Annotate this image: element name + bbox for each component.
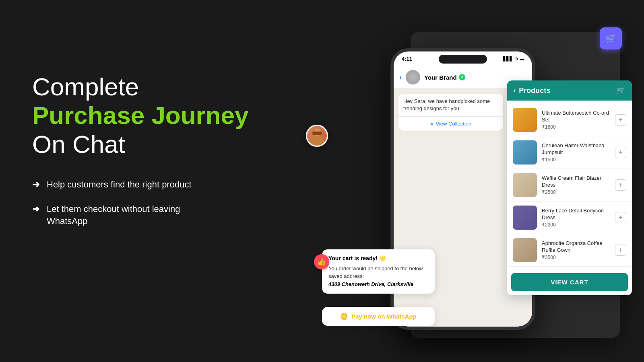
floating-cart-button[interactable]: 🛒 (600, 27, 622, 49)
status-icons: ▋▋▋ ⊕ ▬ (503, 56, 524, 62)
products-cart-icon[interactable]: 🛒 (617, 86, 625, 95)
product-info-1: Ultimate Butterscotch Co-ord Set ₹1800 (542, 110, 610, 130)
feature-text-1: Help customers find the right product (47, 179, 192, 191)
product-price-1: ₹1800 (542, 124, 610, 130)
add-button-5[interactable]: + (615, 245, 626, 256)
product-info-3: Waffle Cream Flair Blazer Dress ₹2500 (542, 175, 610, 195)
product-name-3: Waffle Cream Flair Blazer Dress (542, 175, 610, 189)
arrow-icon-1: ➜ (32, 179, 39, 190)
product-name-4: Berry Lace Detail Bodycon Dress (542, 208, 610, 221)
arrow-icon-2: ➜ (32, 204, 39, 214)
headline-line3: On Chat (32, 130, 125, 158)
product-item-4: Berry Lace Detail Bodycon Dress ₹2200 + (507, 202, 632, 234)
cart-bubble: Your cart is ready! 🌟 You order would be… (322, 249, 435, 294)
product-item-3: Waffle Cream Flair Blazer Dress ₹2500 + (507, 169, 632, 202)
product-image-4 (513, 206, 537, 230)
product-image-3 (513, 173, 537, 197)
product-image-1 (513, 108, 537, 132)
wifi-icon: ⊕ (514, 56, 518, 62)
product-price-4: ₹2200 (542, 222, 610, 228)
feature-list: ➜ Help customers find the right product … (32, 179, 282, 228)
phone-notch (439, 55, 487, 64)
product-info-5: Aphrodite Organza Coffee Ruffle Gown ₹35… (542, 240, 610, 261)
products-header-left: ‹ Products (514, 86, 550, 95)
add-button-2[interactable]: + (615, 147, 626, 158)
user-avatar (306, 125, 328, 147)
cart-icon: 🛒 (605, 33, 616, 44)
verified-badge: ✓ (459, 74, 465, 80)
product-name-1: Ultimate Butterscotch Co-ord Set (542, 110, 610, 123)
svg-point-1 (310, 136, 324, 145)
svg-rect-3 (312, 132, 322, 135)
cart-address: 4309 Chenoweth Drive, Clarksville (328, 281, 413, 287)
headline-line2: Purchase Journey (32, 101, 249, 129)
product-item-5: Aphrodite Organza Coffee Ruffle Gown ₹35… (507, 234, 632, 267)
thumbs-up-icon: 👍 (317, 257, 326, 266)
products-back-button[interactable]: ‹ (514, 87, 516, 94)
pay-bubble[interactable]: 🪙 Pay now on WhatsApp (322, 307, 435, 326)
product-name-5: Aphrodite Organza Coffee Ruffle Gown (542, 240, 610, 254)
product-name-2: Cerulean Halter Waistband Jumpsuit (542, 142, 610, 156)
product-image-5 (513, 238, 537, 262)
product-info-4: Berry Lace Detail Bodycon Dress ₹2200 (542, 208, 610, 228)
add-button-4[interactable]: + (615, 212, 626, 223)
feature-item-1: ➜ Help customers find the right product (32, 179, 282, 191)
signal-icon: ▋▋▋ (503, 56, 513, 62)
brand-name: Your Brand ✓ (424, 74, 465, 81)
products-title: Products (519, 86, 550, 95)
products-panel: ‹ Products 🛒 Ultimate Butterscotch Co-or… (507, 80, 632, 295)
product-price-2: ₹1500 (542, 157, 610, 162)
right-section: 🛒 4:11 ▋▋▋ ⊕ ▬ ‹ Your Brand ✓ (282, 0, 644, 362)
products-panel-header: ‹ Products 🛒 (507, 80, 632, 101)
product-info-2: Cerulean Halter Waistband Jumpsuit ₹1500 (542, 142, 610, 163)
feature-item-2: ➜ Let them checkout without leavingWhats… (32, 203, 282, 228)
chat-bubble-text: Hey Sara, we have handpicked some trendi… (398, 94, 503, 116)
view-cart-button[interactable]: VIEW CART (511, 273, 628, 291)
view-collection-button[interactable]: ≡ View Collection (398, 116, 503, 131)
battery-icon: ▬ (520, 56, 524, 61)
hero-section: Complete Purchase Journey On Chat ➜ Help… (32, 72, 282, 240)
feature-text-2: Let them checkout without leavingWhatsAp… (47, 203, 180, 228)
headline: Complete Purchase Journey On Chat (32, 72, 282, 158)
product-price-5: ₹3500 (542, 255, 610, 260)
brand-avatar (406, 70, 420, 84)
add-button-1[interactable]: + (615, 114, 626, 125)
headline-line1: Complete (32, 73, 139, 101)
product-image-2 (513, 140, 537, 165)
back-button[interactable]: ‹ (399, 73, 402, 82)
product-list: Ultimate Butterscotch Co-ord Set ₹1800 +… (507, 101, 632, 270)
coin-icon: 🪙 (340, 313, 348, 320)
like-icon: 👍 (314, 254, 329, 269)
pay-text: Pay now on WhatsApp (351, 313, 417, 320)
status-time: 4:11 (402, 56, 412, 62)
product-item-1: Ultimate Butterscotch Co-ord Set ₹1800 + (507, 104, 632, 136)
add-button-3[interactable]: + (615, 179, 626, 191)
chat-bubble: Hey Sara, we have handpicked some trendi… (398, 94, 503, 131)
cart-bubble-text: You order would be shipped to the below … (328, 265, 428, 288)
product-price-3: ₹2500 (542, 189, 610, 195)
product-item-2: Cerulean Halter Waistband Jumpsuit ₹1500… (507, 136, 632, 169)
cart-bubble-title: Your cart is ready! 🌟 (328, 255, 428, 261)
list-icon: ≡ (430, 121, 433, 127)
